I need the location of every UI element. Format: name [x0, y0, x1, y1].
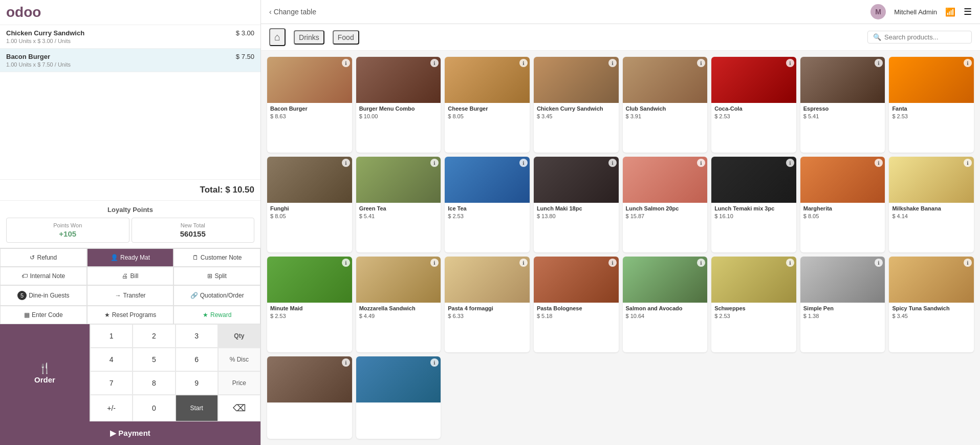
product-info-icon[interactable]: ℹ	[964, 159, 972, 167]
product-name: Chicken Curry Sandwich	[534, 103, 619, 113]
product-name: Burger Menu Combo	[356, 103, 441, 113]
product-info-icon[interactable]: ℹ	[519, 259, 528, 267]
payment-button[interactable]: 🍴 Order	[0, 324, 90, 421]
order-item[interactable]: Chicken Curry Sandwich 1.00 Units x $ 3.…	[0, 25, 260, 49]
food-category[interactable]: Food	[333, 30, 359, 45]
num-5[interactable]: 5	[133, 348, 175, 371]
start-button[interactable]: Start	[176, 395, 218, 421]
search-input[interactable]	[884, 33, 966, 41]
num-1[interactable]: 1	[90, 324, 133, 348]
product-card[interactable]: ℹ Bacon Burger $ 8.63	[267, 57, 352, 153]
product-info-icon[interactable]: ℹ	[875, 159, 883, 167]
quotation-icon: 🔗	[190, 292, 198, 299]
product-info-icon[interactable]: ℹ	[786, 59, 794, 67]
product-info-icon[interactable]: ℹ	[430, 259, 439, 267]
menu-icon[interactable]	[964, 6, 972, 17]
product-card[interactable]: ℹ Club Sandwich $ 3.91	[623, 57, 708, 153]
product-info-icon[interactable]: ℹ	[697, 59, 705, 67]
product-card[interactable]: ℹ Funghi $ 8.05	[267, 157, 352, 252]
price-mode[interactable]: Price	[218, 371, 260, 395]
product-info-icon[interactable]: ℹ	[342, 59, 350, 67]
product-info-icon[interactable]: ℹ	[697, 159, 705, 167]
reward-button[interactable]: ★ Reward	[173, 306, 260, 324]
product-info-icon[interactable]: ℹ	[342, 159, 350, 167]
product-card[interactable]: ℹ Lunch Salmon 20pc $ 15.87	[623, 157, 708, 252]
product-info-icon[interactable]: ℹ	[430, 159, 439, 167]
product-card[interactable]: ℹ Cheese Burger $ 8.05	[445, 57, 530, 153]
num-6[interactable]: 6	[176, 348, 218, 371]
product-info-icon[interactable]: ℹ	[342, 358, 350, 367]
product-card[interactable]: ℹ Coca-Cola $ 2.53	[711, 57, 796, 153]
product-card[interactable]: ℹ	[356, 356, 441, 439]
product-info-icon[interactable]: ℹ	[875, 59, 883, 67]
customer-note-button[interactable]: 🗒 Customer Note	[173, 248, 260, 267]
split-button[interactable]: ⊞ Split	[173, 267, 260, 285]
product-info-icon[interactable]: ℹ	[964, 59, 972, 67]
num-4[interactable]: 4	[90, 348, 133, 371]
num-8[interactable]: 8	[133, 371, 175, 395]
product-card[interactable]: ℹ	[267, 356, 352, 439]
quotation-order-button[interactable]: 🔗 Quotation/Order	[173, 285, 260, 306]
internal-note-button[interactable]: 🏷 Internal Note	[0, 267, 87, 285]
refund-button[interactable]: ↺ Refund	[0, 248, 87, 267]
product-card[interactable]: ℹ Pasta 4 formaggi $ 6.33	[445, 257, 530, 352]
product-card[interactable]: ℹ Schweppes $ 2.53	[711, 257, 796, 352]
num-2[interactable]: 2	[133, 324, 175, 348]
product-info-icon[interactable]: ℹ	[430, 358, 439, 367]
product-info-icon[interactable]: ℹ	[608, 259, 617, 267]
dine-in-guests-button[interactable]: 5 Dine-in Guests	[0, 285, 87, 306]
product-card[interactable]: ℹ Burger Menu Combo $ 10.00	[356, 57, 441, 153]
num-plusminus[interactable]: +/-	[90, 395, 133, 421]
product-info-icon[interactable]: ℹ	[964, 259, 972, 267]
product-card[interactable]: ℹ Green Tea $ 5.41	[356, 157, 441, 252]
num-3[interactable]: 3	[176, 324, 218, 348]
order-items: Chicken Curry Sandwich 1.00 Units x $ 3.…	[0, 25, 260, 179]
product-card[interactable]: ℹ Espresso $ 5.41	[800, 57, 885, 153]
product-card[interactable]: ℹ Chicken Curry Sandwich $ 3.45	[534, 57, 619, 153]
product-info-icon[interactable]: ℹ	[608, 159, 617, 167]
product-info-icon[interactable]: ℹ	[608, 59, 617, 67]
change-table-button[interactable]: ‹ Change table	[269, 8, 316, 16]
product-card[interactable]: ℹ Pasta Bolognese $ 5.18	[534, 257, 619, 352]
qty-mode[interactable]: Qty	[218, 324, 260, 348]
product-info-icon[interactable]: ℹ	[430, 59, 439, 67]
product-card[interactable]: ℹ Simple Pen $ 1.38	[800, 257, 885, 352]
product-info-icon[interactable]: ℹ	[786, 259, 794, 267]
product-image: ℹ	[711, 57, 796, 103]
product-card[interactable]: ℹ Fanta $ 2.53	[889, 57, 974, 153]
reset-programs-button[interactable]: ★ Reset Programs	[87, 306, 174, 324]
product-card[interactable]: ℹ Spicy Tuna Sandwich $ 3.45	[889, 257, 974, 352]
product-card[interactable]: ℹ Lunch Temaki mix 3pc $ 16.10	[711, 157, 796, 252]
product-card[interactable]: ℹ Milkshake Banana $ 4.14	[889, 157, 974, 252]
transfer-button[interactable]: → Transfer	[87, 285, 174, 306]
payment-action-button[interactable]: ▶ Payment	[0, 421, 260, 445]
drinks-category[interactable]: Drinks	[294, 30, 324, 45]
bill-button[interactable]: 🖨 Bill	[87, 267, 174, 285]
product-price: $ 8.05	[800, 213, 885, 222]
product-card[interactable]: ℹ Lunch Maki 18pc $ 13.80	[534, 157, 619, 252]
order-item[interactable]: Bacon Burger 1.00 Units x $ 7.50 / Units…	[0, 49, 260, 72]
delete-button[interactable]: ⌫	[218, 395, 260, 421]
product-image: ℹ	[623, 157, 708, 203]
home-button[interactable]: ⌂	[269, 28, 286, 46]
product-info-icon[interactable]: ℹ	[519, 59, 528, 67]
enter-code-button[interactable]: ▦ Enter Code	[0, 306, 87, 324]
product-card[interactable]: ℹ Minute Maid $ 2.53	[267, 257, 352, 352]
admin-name: Mitchell Admin	[894, 8, 937, 16]
disc-mode[interactable]: % Disc	[218, 348, 260, 371]
product-card[interactable]: ℹ Salmon and Avocado $ 10.64	[623, 257, 708, 352]
utensils-icon: 🍴	[38, 362, 51, 374]
product-card[interactable]: ℹ Margherita $ 8.05	[800, 157, 885, 252]
num-0[interactable]: 0	[133, 395, 175, 421]
ready-mat-button[interactable]: 👤 Ready Mat	[87, 248, 174, 267]
product-info-icon[interactable]: ℹ	[875, 259, 883, 267]
num-9[interactable]: 9	[176, 371, 218, 395]
product-card[interactable]: ℹ Ice Tea $ 2.53	[445, 157, 530, 252]
product-card[interactable]: ℹ Mozzarella Sandwich $ 4.49	[356, 257, 441, 352]
num-7[interactable]: 7	[90, 371, 133, 395]
product-info-icon[interactable]: ℹ	[786, 159, 794, 167]
product-info-icon[interactable]: ℹ	[519, 159, 528, 167]
product-info-icon[interactable]: ℹ	[342, 259, 350, 267]
product-info-icon[interactable]: ℹ	[697, 259, 705, 267]
product-price: $ 15.87	[623, 213, 708, 222]
